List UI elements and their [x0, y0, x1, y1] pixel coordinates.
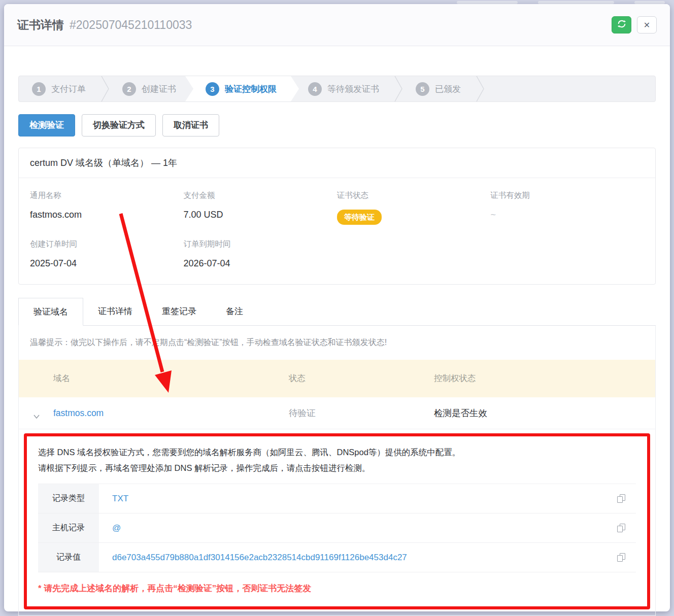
- dns-record-value: TXT: [99, 484, 606, 513]
- detect-verify-button[interactable]: 检测验证: [18, 114, 75, 136]
- tab-重签记录[interactable]: 重签记录: [147, 298, 211, 325]
- step-label: 创建证书: [142, 83, 176, 95]
- step-separator-icon: [476, 76, 484, 101]
- step-separator-icon: [101, 76, 109, 101]
- modal-header: 证书详情 #202507045210110033 ✕: [4, 4, 670, 46]
- dns-instruction-line2: 请根据下列提示，再域名管理处添加 DNS 解析记录，操作完成后，请点击按钮进行检…: [38, 460, 636, 476]
- switch-verify-method-button[interactable]: 切换验证方式: [82, 114, 156, 136]
- field-label: 证书有效期: [491, 190, 645, 201]
- field-value: 7.00 USD: [184, 210, 223, 220]
- cancel-certificate-button[interactable]: 取消证书: [162, 114, 219, 136]
- copy-icon: [617, 553, 626, 562]
- copy-button[interactable]: [606, 484, 636, 513]
- step-label: 已颁发: [435, 83, 461, 95]
- step-wizard: 1支付订单2创建证书3验证控制权限4等待颁发证书5已颁发: [18, 76, 656, 102]
- field-value: 2026-07-04: [184, 258, 230, 268]
- domain-table-rows: fastmos.com待验证检测是否生效: [19, 397, 655, 429]
- field-label: 通用名称: [30, 190, 184, 201]
- copy-icon: [617, 494, 626, 503]
- domain-col-header: 状态: [273, 373, 420, 384]
- domain-status: 待验证: [273, 407, 420, 419]
- wizard-step-2: 2创建证书: [109, 76, 191, 101]
- dns-record-label: 主机记录: [38, 514, 99, 542]
- step-label: 等待颁发证书: [327, 83, 379, 95]
- field-value: ~: [491, 210, 496, 220]
- info-field: 证书状态等待验证: [337, 190, 491, 225]
- dns-record-row: 记录值d6e703a455d79b880a1df3014156e2acb2328…: [38, 543, 636, 572]
- dns-record-value: d6e703a455d79b880a1df3014156e2acb2328514…: [99, 543, 606, 572]
- dns-warning-text: * 请先完成上述域名的解析，再点击“检测验证”按钮，否则证书无法签发: [38, 583, 636, 594]
- field-label: 支付金额: [184, 190, 338, 201]
- info-field: 订单到期时间2026-07-04: [184, 239, 338, 269]
- info-field: 通用名称fastmos.com: [30, 190, 184, 225]
- tab-content: 温馨提示：做完以下操作后，请不定期点击“检测验证”按钮，手动检查域名验证状态和证…: [18, 326, 656, 616]
- dns-record-label: 记录值: [38, 543, 99, 572]
- field-value: fastmos.com: [30, 210, 82, 220]
- step-label: 支付订单: [51, 83, 86, 95]
- field-label: 创建订单时间: [30, 239, 184, 250]
- domain-col-header: 控制权状态: [420, 373, 655, 384]
- copy-button[interactable]: [606, 514, 636, 542]
- refresh-button[interactable]: [612, 16, 631, 33]
- refresh-icon: [617, 19, 627, 31]
- header-actions: ✕: [612, 16, 657, 33]
- dns-record-label: 记录类型: [38, 484, 99, 513]
- notice-text: 温馨提示：做完以下操作后，请不定期点击“检测验证”按钮，手动检查域名验证状态和证…: [19, 326, 655, 360]
- order-number: #202507045210110033: [70, 18, 192, 32]
- domain-link[interactable]: fastmos.com: [53, 408, 104, 418]
- certificate-info-grid: 通用名称fastmos.com支付金额7.00 USD证书状态等待验证证书有效期…: [19, 178, 655, 284]
- step-number-badge: 5: [416, 82, 429, 96]
- domain-table-header: 域名状态控制权状态: [19, 360, 655, 397]
- dns-record-table: 记录类型TXT主机记录@记录值d6e703a455d79b880a1df3014…: [38, 484, 636, 572]
- wizard-step-5: 5已颁发: [402, 76, 476, 101]
- field-label: 证书状态: [337, 190, 491, 201]
- tab-验证域名[interactable]: 验证域名: [18, 298, 83, 326]
- field-label: 订单到期时间: [184, 239, 338, 250]
- actions-row: 检测验证 切换验证方式 取消证书: [18, 114, 656, 136]
- step-number-badge: 4: [308, 82, 322, 96]
- dns-instruction-line1: 选择 DNS 域名授权验证方式，您需要到您的域名解析服务商（如阿里云、腾讯、DN…: [38, 444, 636, 460]
- close-icon: ✕: [644, 20, 650, 30]
- certificate-info-card: certum DV 域名级（单域名） — 1年 通用名称fastmos.com支…: [18, 148, 656, 285]
- step-number-badge: 1: [32, 82, 46, 96]
- step-label: 验证控制权限: [225, 83, 277, 95]
- tab-row: 验证域名证书详情重签记录备注: [18, 298, 656, 326]
- product-title: certum DV 域名级（单域名） — 1年: [19, 148, 655, 178]
- tabs-panel: 验证域名证书详情重签记录备注 温馨提示：做完以下操作后，请不定期点击“检测验证”…: [18, 298, 656, 616]
- copy-icon: [617, 524, 626, 533]
- dns-record-row: 记录类型TXT: [38, 484, 636, 514]
- tab-证书详情[interactable]: 证书详情: [83, 298, 147, 325]
- annotation-red-box: 选择 DNS 域名授权验证方式，您需要到您的域名解析服务商（如阿里云、腾讯、DN…: [24, 433, 650, 609]
- page-title: 证书详情: [17, 17, 64, 33]
- chevron-down-icon[interactable]: [33, 411, 40, 422]
- status-badge: 等待验证: [337, 210, 382, 225]
- step-separator-icon: [394, 76, 402, 101]
- certificate-detail-modal: 证书详情 #202507045210110033 ✕ 1支付订单2创建证书3验证…: [4, 4, 670, 611]
- step-number-badge: 2: [122, 82, 136, 96]
- wizard-step-4: 4等待颁发证书: [295, 76, 394, 101]
- modal-body: 1支付订单2创建证书3验证控制权限4等待颁发证书5已颁发 检测验证 切换验证方式…: [4, 46, 670, 616]
- wizard-step-3: 3验证控制权限: [185, 76, 299, 101]
- info-field: 创建订单时间2025-07-04: [30, 239, 184, 269]
- dns-record-value: @: [99, 514, 606, 542]
- close-button[interactable]: ✕: [637, 16, 657, 33]
- step-number-badge: 3: [206, 82, 219, 96]
- wizard-step-1: 1支付订单: [19, 76, 101, 101]
- field-value: 2025-07-04: [30, 258, 77, 268]
- tab-备注[interactable]: 备注: [211, 298, 258, 325]
- info-field: 证书有效期~: [491, 190, 645, 225]
- domain-row: fastmos.com待验证检测是否生效: [19, 397, 655, 429]
- dns-record-row: 主机记录@: [38, 514, 636, 543]
- control-status: 检测是否生效: [420, 407, 655, 419]
- domain-col-header: 域名: [19, 373, 273, 384]
- dns-instructions: 选择 DNS 域名授权验证方式，您需要到您的域名解析服务商（如阿里云、腾讯、DN…: [38, 444, 636, 476]
- copy-button[interactable]: [606, 543, 636, 572]
- info-field: 支付金额7.00 USD: [184, 190, 338, 225]
